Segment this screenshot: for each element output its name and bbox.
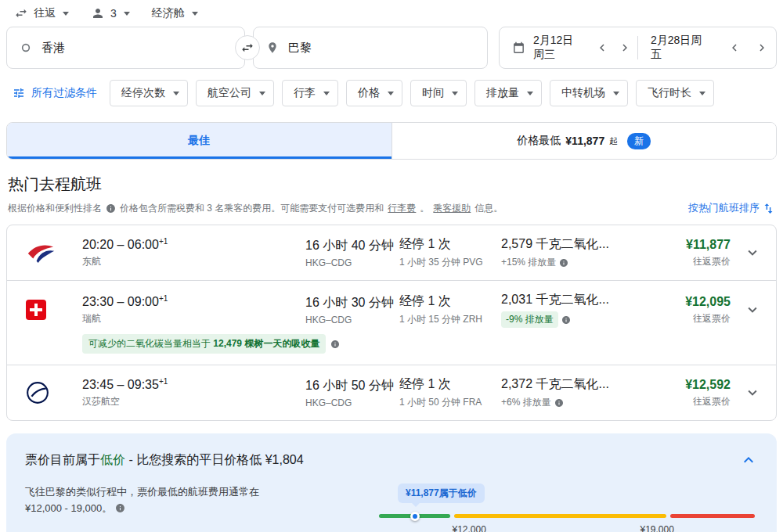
origin-circle-icon <box>20 41 32 54</box>
passenger-assist-link[interactable]: 乘客援助 <box>433 202 471 215</box>
filter-chip-airlines[interactable]: 航空公司 <box>196 80 274 106</box>
layover-text: 1 小时 35 分钟 PVG <box>399 256 483 269</box>
price-amount: ¥12,095 <box>669 295 731 309</box>
page-title: 热门去程航班 <box>8 174 775 195</box>
range-high-label: ¥19,000 <box>640 524 673 532</box>
sort-label: 按热门航班排序 <box>688 201 760 215</box>
passenger-select[interactable]: 3 <box>91 6 130 20</box>
baggage-fees-link[interactable]: 行李费 <box>388 202 416 215</box>
flight-row-china-eastern[interactable]: 20:20 – 06:00+1 东航 16 小时 40 分钟 HKG–CDG 经… <box>7 225 776 280</box>
origin-box[interactable] <box>6 27 245 69</box>
collapse-panel-button[interactable] <box>739 451 758 469</box>
route-text: HKG–CDG <box>305 397 352 408</box>
info-icon[interactable] <box>106 203 116 214</box>
chip-label: 中转机场 <box>561 86 605 100</box>
date-range-box: 2月12日周三 2月28日周五 <box>499 27 777 69</box>
chevron-down-icon <box>124 12 130 16</box>
next-day-indicator: +1 <box>159 294 168 303</box>
ranking-note: 根据价格和便利性排名 价格包含所需税费和 3 名乘客的费用。可能需要支付可选费用… <box>8 202 503 215</box>
tab-cheapest-from: 起 <box>609 135 618 147</box>
all-filters-button[interactable]: 所有过滤条件 <box>8 86 102 100</box>
price-cell: ¥11,877 往返票价 <box>669 238 737 268</box>
depart-date-prev-button[interactable] <box>595 38 610 58</box>
expand-button[interactable] <box>737 301 768 318</box>
chevron-down-icon <box>388 92 394 95</box>
filter-chip-connecting-airports[interactable]: 中转机场 <box>550 80 628 106</box>
flight-row-swiss[interactable]: 23:30 – 09:00+1 瑞航 16 小时 30 分钟 HKG–CDG 经… <box>7 280 776 365</box>
depart-date-next-button[interactable] <box>618 38 633 58</box>
duration-text: 16 小时 40 分钟 <box>305 238 399 254</box>
date-divider <box>637 36 638 59</box>
chevron-down-icon <box>613 92 619 95</box>
stops-cell: 经停 1 次 1 小时 50 分钟 FRA <box>399 376 501 409</box>
tab-best-label: 最佳 <box>188 134 210 148</box>
info-icon[interactable] <box>561 315 571 325</box>
flight-times-cell: 23:30 – 09:00+1 瑞航 <box>82 294 305 325</box>
airline-name: 东航 <box>82 255 101 268</box>
person-icon <box>91 6 105 20</box>
eco-note-prefix: 可减少的二氧化碳当量相当于 <box>88 338 213 349</box>
filter-chip-stops[interactable]: 经停次数 <box>110 80 188 106</box>
chevron-down-icon <box>527 92 533 95</box>
location-pin-icon <box>266 41 279 54</box>
trip-type-select[interactable]: 往返 <box>14 6 69 20</box>
origin-input[interactable] <box>41 41 232 55</box>
swap-locations-button[interactable] <box>235 35 260 60</box>
info-icon[interactable] <box>330 340 340 349</box>
depart-date-segment[interactable]: 2月12日周三 <box>512 34 633 62</box>
insight-body-text: 飞往巴黎的类似行程中，票价最低的航班费用通常在 ¥12,000 - 19,000… <box>25 486 259 514</box>
search-row: 2月12日周三 2月28日周五 <box>0 22 783 72</box>
price-insight-title: 票价目前属于低价 - 比您搜索的平日价格低 ¥1,804 <box>25 452 304 469</box>
destination-box[interactable] <box>253 27 488 69</box>
tab-cheapest[interactable]: 价格最低 ¥11,877 起 新 <box>392 123 777 159</box>
chevron-down-icon <box>323 92 330 95</box>
filter-chip-bags[interactable]: 行李 <box>282 80 338 106</box>
price-cell: ¥12,592 往返票价 <box>669 378 737 408</box>
price-amount: ¥11,877 <box>669 238 731 252</box>
airline-name: 瑞航 <box>82 312 101 325</box>
sort-icon <box>762 202 775 215</box>
info-icon[interactable] <box>559 258 568 268</box>
destination-input[interactable] <box>288 41 474 55</box>
chevron-down-icon <box>259 92 265 95</box>
chevron-down-icon <box>173 92 179 95</box>
stops-text: 经停 1 次 <box>399 293 501 310</box>
return-date-next-button[interactable] <box>752 38 771 58</box>
calendar-icon <box>512 41 525 55</box>
next-day-indicator: +1 <box>159 237 168 246</box>
filter-row: 所有过滤条件 经停次数 航空公司 行李 价格 时间 排放量 中转机场 飞行时长 <box>0 72 783 113</box>
chevron-down-icon <box>63 12 69 16</box>
title-prefix: 票价目前属于 <box>25 453 100 466</box>
cabin-class-select[interactable]: 经济舱 <box>152 6 198 20</box>
chip-label: 行李 <box>294 86 316 100</box>
tab-best[interactable]: 最佳 <box>7 123 392 159</box>
filter-chip-times[interactable]: 时间 <box>410 80 467 106</box>
chip-label: 排放量 <box>486 86 519 100</box>
section-header: 热门去程航班 根据价格和便利性排名 价格包含所需税费和 3 名乘客的费用。可能需… <box>0 160 783 221</box>
return-date-prev-button[interactable] <box>725 38 745 58</box>
flight-row-lufthansa[interactable]: 23:45 – 09:35+1 汉莎航空 16 小时 50 分钟 HKG–CDG… <box>7 365 776 420</box>
stops-text: 经停 1 次 <box>399 236 501 253</box>
current-price-marker[interactable] <box>410 512 420 521</box>
eco-note-bold: 12,479 棵树一天的吸收量 <box>213 338 319 349</box>
filter-chip-price[interactable]: 价格 <box>346 80 402 106</box>
flight-results-list: 20:20 – 06:00+1 东航 16 小时 40 分钟 HKG–CDG 经… <box>6 225 777 421</box>
route-text: HKG–CDG <box>305 315 352 325</box>
info-icon[interactable] <box>115 503 125 513</box>
expand-button[interactable] <box>737 384 768 401</box>
filter-chip-duration[interactable]: 飞行时长 <box>636 80 714 106</box>
times-text: 23:30 – 09:00 <box>82 295 159 308</box>
return-date-segment[interactable]: 2月28日周五 <box>643 34 771 62</box>
expand-button[interactable] <box>737 244 768 261</box>
title-suffix: - 比您搜索的平日价格低 ¥1,804 <box>125 453 304 466</box>
tab-cheapest-price: ¥11,877 <box>565 135 604 147</box>
info-icon[interactable] <box>554 398 564 408</box>
sort-by-link[interactable]: 按热门航班排序 <box>688 201 775 215</box>
emissions-text: -9% 排放量 <box>501 311 558 328</box>
emissions-cell: 2,031 千克二氧化... -9% 排放量 <box>501 292 669 328</box>
stops-cell: 经停 1 次 1 小时 15 分钟 ZRH <box>399 293 501 326</box>
filter-chip-emissions[interactable]: 排放量 <box>474 80 542 106</box>
chip-label: 飞行时长 <box>648 86 691 100</box>
price-range-track <box>379 514 755 518</box>
price-type: 往返票价 <box>693 255 731 268</box>
